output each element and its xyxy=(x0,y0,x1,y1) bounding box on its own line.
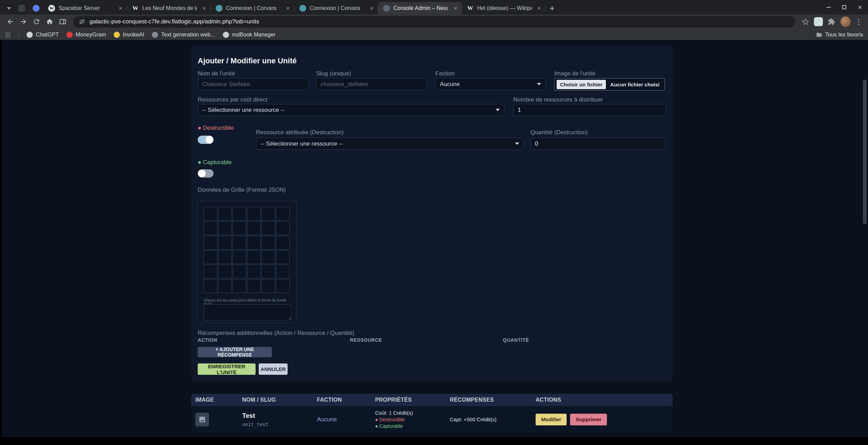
tab-connexion-corvara-1[interactable]: Connexion | Corvara × xyxy=(211,2,294,14)
tab-close-icon[interactable]: × xyxy=(284,4,292,12)
destruction-qty-input[interactable] xyxy=(530,138,665,150)
grid-cell[interactable] xyxy=(261,265,275,278)
maximize-button[interactable] xyxy=(836,0,852,14)
edit-unit-button[interactable]: Modifier xyxy=(536,414,567,425)
add-reward-button[interactable]: + AJOUTER UNE RÉCOMPENSE xyxy=(198,347,272,357)
capturable-toggle[interactable] xyxy=(198,169,214,178)
tab-search-button[interactable] xyxy=(3,2,14,14)
grid-cell[interactable] xyxy=(276,265,290,278)
bookmark-star-button[interactable] xyxy=(799,15,812,28)
cancel-button[interactable]: ANNULER xyxy=(259,363,288,375)
grid-cell[interactable] xyxy=(276,221,290,235)
grid-cell[interactable] xyxy=(261,250,275,264)
pinned-tab-1[interactable] xyxy=(14,2,29,14)
capturable-label: ● Capturable xyxy=(198,159,231,166)
bookmark-moneygram[interactable]: MoneyGram xyxy=(66,32,106,38)
chevron-down-icon xyxy=(496,109,500,111)
apps-grid-icon[interactable] xyxy=(5,32,11,38)
header-actions: ACTIONS xyxy=(531,394,673,406)
tab-close-icon[interactable]: × xyxy=(117,4,124,12)
grid-cell[interactable] xyxy=(218,207,232,221)
grid-json-textarea[interactable] xyxy=(204,304,291,320)
grid-cell[interactable] xyxy=(276,250,290,264)
chevron-down-icon xyxy=(537,83,541,85)
unit-image-file-input[interactable]: Choisir un fichier Aucun fichier choisi xyxy=(554,78,665,91)
bookmark-chatgpt[interactable]: ChatGPT xyxy=(27,32,59,38)
close-window-button[interactable]: × xyxy=(852,0,868,14)
grid-cell[interactable] xyxy=(218,265,232,278)
profile-avatar[interactable] xyxy=(840,17,851,27)
delete-unit-button[interactable]: Supprimer xyxy=(570,414,607,425)
tab-neuf-mondes[interactable]: W Les Neuf Mondes de la Mythol... × xyxy=(127,2,211,14)
tab-close-icon[interactable]: × xyxy=(200,4,208,12)
unit-name-cell: Test unit_test xyxy=(238,406,313,433)
destruction-resource-select[interactable]: -- Sélectionner une ressource -- xyxy=(256,138,524,150)
new-tab-button[interactable]: + xyxy=(546,2,559,14)
extension-icon[interactable] xyxy=(814,17,823,26)
grid-cell[interactable] xyxy=(247,250,261,264)
grid-cell[interactable] xyxy=(232,221,246,235)
unit-slug-input[interactable] xyxy=(316,78,427,90)
bookmark-invokeai[interactable]: InvokeAI xyxy=(114,32,144,38)
grid-cell[interactable] xyxy=(247,221,261,235)
pinned-tab-2[interactable] xyxy=(29,2,43,14)
grid-cell[interactable] xyxy=(261,279,275,293)
grid-cell[interactable] xyxy=(276,207,290,221)
grid-cell[interactable] xyxy=(276,279,290,293)
grid-cell[interactable] xyxy=(232,236,246,250)
tab-close-icon[interactable]: × xyxy=(452,4,459,12)
grid-cell[interactable] xyxy=(204,265,217,278)
grid-cell[interactable] xyxy=(204,207,217,221)
browser-menu-button[interactable]: ⋮ xyxy=(854,15,864,28)
back-button[interactable] xyxy=(4,15,17,28)
faction-select[interactable]: Aucune xyxy=(435,78,546,90)
grid-cell[interactable] xyxy=(261,221,275,235)
grid-cell[interactable] xyxy=(204,236,217,250)
tab-spacebar-server[interactable]: W Spacebar Server × xyxy=(43,2,127,14)
grid-cell[interactable] xyxy=(232,279,246,293)
grid-cell[interactable] xyxy=(218,250,232,264)
grid-cell[interactable] xyxy=(204,279,217,293)
all-bookmarks-button[interactable]: Tous les favoris xyxy=(816,32,863,38)
grid-cell[interactable] xyxy=(261,236,275,250)
grid-cell[interactable] xyxy=(218,221,232,235)
resource-count-label: Nombre de ressources à distribuer xyxy=(513,96,603,103)
reload-button[interactable] xyxy=(30,15,43,28)
scrollbar-thumb[interactable] xyxy=(863,80,867,224)
grid-cell[interactable] xyxy=(247,265,261,278)
tab-close-icon[interactable]: × xyxy=(535,4,543,12)
side-panel-button[interactable] xyxy=(56,15,69,28)
grid-cell[interactable] xyxy=(218,279,232,293)
grid-cell[interactable] xyxy=(204,250,217,264)
address-bar[interactable]: galactic-pve-conquest-c7fe.dev.flatlogic… xyxy=(73,16,795,28)
tab-console-admin-nexus[interactable]: Console Admin – Nexus × xyxy=(378,2,462,14)
tab-hel-wikipedia[interactable]: W Hel (déesse) — Wikipédia × xyxy=(462,2,546,14)
tab-connexion-corvara-2[interactable]: Connexion | Corvara × xyxy=(294,2,378,14)
destructible-toggle[interactable] xyxy=(198,136,214,144)
grid-cell[interactable] xyxy=(204,221,217,235)
header-image: IMAGE xyxy=(191,394,238,406)
minimize-button[interactable] xyxy=(820,0,836,14)
save-unit-button[interactable]: ENREGISTRER L'UNITÉ xyxy=(198,363,256,375)
bookmark-mdbook-manager[interactable]: mdBook Manager xyxy=(223,32,276,38)
grid-cell[interactable] xyxy=(247,236,261,250)
grid-cell[interactable] xyxy=(247,279,261,293)
tab-close-icon[interactable]: × xyxy=(368,4,375,12)
resource-cost-select[interactable]: -- Sélectionner une ressource -- xyxy=(198,104,504,116)
header-rewards: RÉCOMPENSES xyxy=(446,394,531,406)
grid-cell[interactable] xyxy=(261,207,275,221)
forward-button[interactable] xyxy=(17,15,30,28)
choose-file-button[interactable]: Choisir un fichier xyxy=(557,80,606,89)
grid-cell[interactable] xyxy=(218,236,232,250)
unit-name-input[interactable] xyxy=(198,78,309,90)
home-button[interactable] xyxy=(43,15,56,28)
grid-cell[interactable] xyxy=(232,265,246,278)
grid-cell[interactable] xyxy=(232,250,246,264)
bookmark-text-generation[interactable]: Text generation web... xyxy=(152,32,215,38)
resource-count-input[interactable] xyxy=(513,104,666,116)
grid-cell[interactable] xyxy=(232,207,246,221)
grid-cell[interactable] xyxy=(276,236,290,250)
extensions-button[interactable] xyxy=(825,15,838,28)
grid-cell[interactable] xyxy=(247,207,261,221)
bookmark-label: mdBook Manager xyxy=(232,32,276,38)
